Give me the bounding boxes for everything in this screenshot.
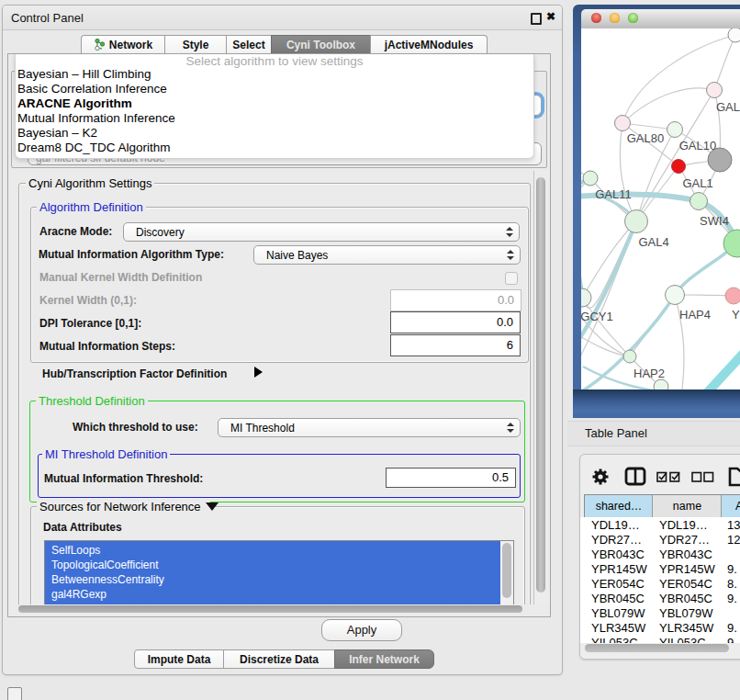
- svg-text:GAL80: GAL80: [627, 131, 664, 145]
- svg-text:GCY1: GCY1: [581, 310, 613, 323]
- svg-text:GAL10: GAL10: [679, 139, 716, 152]
- svg-text:GAL4: GAL4: [638, 235, 668, 249]
- svg-text:GAL1: GAL1: [682, 176, 712, 190]
- svg-text:GAL: GAL: [716, 100, 740, 114]
- svg-text:HAP2: HAP2: [633, 367, 665, 380]
- svg-text:Y: Y: [732, 308, 740, 322]
- svg-text:HAP4: HAP4: [679, 308, 711, 322]
- svg-text:GAL11: GAL11: [595, 187, 632, 201]
- svg-text:SWI4: SWI4: [700, 214, 729, 228]
